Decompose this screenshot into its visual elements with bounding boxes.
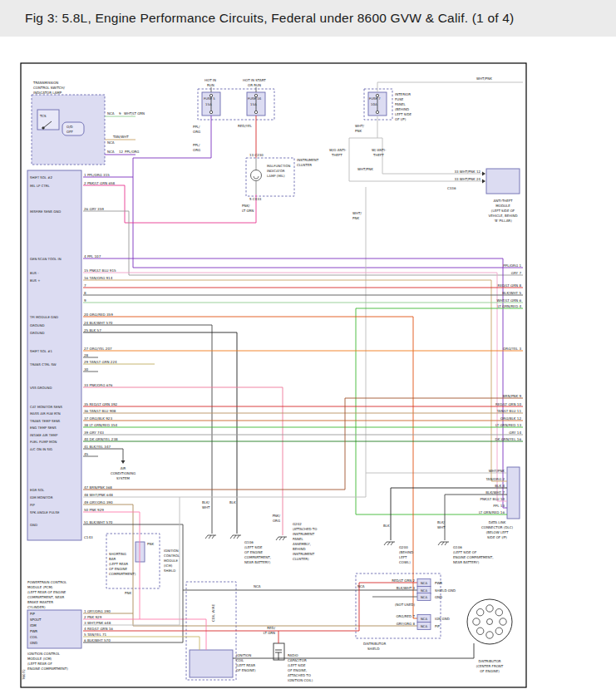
diagram-label: ENGINE COMPARTMENT) [27, 667, 68, 671]
diagram-label: 47 BRN/PNK 368 [84, 485, 112, 490]
diagram-label: SHIFT SOL #1 [30, 349, 53, 353]
diagram-label: PPL/ORG [125, 150, 139, 154]
diagram-label: FUEL PUMP MON [30, 440, 57, 444]
diagram-label: FUSE [395, 97, 404, 101]
diagram-label: BRAKE MASTER [27, 600, 53, 604]
diagram-label: LEFT [399, 555, 407, 559]
diagram-label: 15A [205, 102, 212, 106]
diagram-label: PNK/ [242, 204, 250, 208]
diagram-label: BUS - [30, 271, 39, 275]
diagram-label: HOT IN [205, 78, 216, 82]
diagram-label: RED/LT GRN 8 [498, 283, 522, 288]
diagram-label: 9 [84, 298, 86, 303]
diagram-label: 5 TAN/YEL 71 [84, 632, 107, 637]
diagram-label: WHT/LT GRN [124, 111, 145, 116]
diagram-label: GROUND [30, 323, 45, 327]
diagram-label: DK GRN/YEL 16 [495, 437, 522, 441]
diagram-label: VSS GROUND [30, 386, 52, 390]
diagram-label: PNK [355, 129, 362, 133]
diagram-label: VEHICLE, BEHIND [488, 214, 517, 218]
diagram-label: G202 [293, 522, 302, 526]
diagram-label: BAR [109, 557, 116, 561]
diagram-label: CONTROL [164, 554, 180, 558]
diagram-label: PWR [30, 629, 37, 633]
diagram-label: SPOUT [30, 618, 42, 622]
diagram-label: INTAKE AIR TEMP [30, 433, 58, 437]
diagram-label: O/D [67, 125, 73, 129]
diagram-label: ENGINE COMPARTMENT, [453, 555, 494, 559]
diagram-label: AIR [121, 466, 126, 470]
diagram-label: PIP [30, 503, 35, 507]
diagram-label: 16 TAN/ORG 914 [84, 276, 113, 280]
diagram-label: BLK/ [437, 520, 446, 524]
diagram-label: 12 [119, 150, 124, 154]
diagram-label: CLUSTER) [293, 557, 309, 561]
diagram-label: TRANS CTRL SW [29, 362, 57, 367]
diagram-label: COWL) [399, 560, 411, 564]
diagram-label: NCA [107, 111, 115, 116]
nca-label: NCA [421, 617, 427, 621]
diagram-label: 28 [84, 353, 89, 357]
diagram-label: BLK [383, 524, 390, 528]
diagram-label: (LEFT REAR OF ENGINE [27, 590, 67, 594]
diagram-label: INDICATOR LAMP [33, 91, 62, 95]
diagram-label: CAT MONITOR SENS [30, 405, 62, 409]
diagram-label: 6 BLK/WHT 570 [84, 638, 111, 642]
diagram-label: SHIELD [367, 647, 380, 651]
diagram-label: CONTROL SWITCH/ [33, 86, 65, 90]
diagram-label: W/O ANTI- [329, 148, 347, 152]
diagram-label: (ICM) [164, 564, 173, 568]
diagram-label: LT GRN/RED 4 [498, 304, 522, 308]
diagram-label: 1 PPL/ORG 315 [84, 173, 110, 177]
diagram-label: IGNITION [164, 549, 179, 553]
diagram-label: 50 PNK 929 [84, 508, 104, 512]
diagram-label: OF ENGINE [109, 567, 128, 571]
ignition-coil-box [190, 650, 233, 677]
diagram-label: INTERIOR [395, 92, 411, 96]
diagram-label: 4 PPL 107 [84, 254, 101, 258]
diagram-label: ORG [193, 148, 200, 152]
tcs-switch-box [37, 110, 59, 130]
diagram-label: MASS AIR FLW RTN [30, 411, 61, 416]
diagram-label: (BEHIND [395, 107, 409, 111]
diagram-label: RED/YEL [238, 124, 253, 128]
diagram-label: ORG/RED 7 [396, 614, 415, 618]
diagram-label: 2 PNK/LT GRN 658 [84, 181, 116, 185]
diagram-label: A/C ON IN SIG [30, 447, 52, 451]
diagram-label: 39 GRY 743 [84, 431, 104, 435]
diagram-label: GND [435, 595, 442, 599]
diagram-label: WHT [202, 505, 210, 509]
diagram-label: IGNITION COIL) [288, 678, 313, 682]
diagram-label: PNK [147, 542, 154, 546]
diagram-label: PWR [435, 581, 442, 585]
diagram-label: DISTRIBUTOR [363, 642, 386, 646]
diagram-label: FUSE 5 [204, 96, 215, 101]
diagram-label: MODULE (PCM) [27, 585, 53, 589]
diagram-label: 76072 [22, 669, 26, 680]
diagram-label: PANEL [395, 102, 406, 106]
diagram-label: IGN GND [435, 617, 450, 621]
diagram-label: GND [30, 523, 37, 527]
diagram-label: FUSE 16 [248, 96, 262, 101]
diagram-label: (BELOW LEFT [486, 530, 509, 534]
diagram-label: G106 [244, 540, 254, 544]
distributor-cap-icon [467, 599, 512, 644]
diagram-label: 25 BLK 57 [84, 328, 101, 332]
diagram-label: BLK/WHT 5 [502, 291, 521, 295]
diagram-label: 20 ORG/RED 359 [84, 313, 113, 317]
capacitor-box [274, 643, 284, 660]
diagram-label: RED/LT GRN 10 [495, 402, 521, 406]
diagram-label: 7 [84, 283, 86, 288]
diagram-label: SHIELD [164, 568, 175, 573]
diagram-label: (LEFT SIDE [288, 663, 306, 667]
diagram-label: NEAR BATTERY) [244, 560, 271, 564]
diagram-label: WHT/ [355, 124, 364, 128]
diagram-label: (LEFT SIDE [244, 545, 263, 549]
diagram-label: TCS [39, 114, 47, 118]
diagram-label: ENG TEMP SENS [30, 426, 57, 430]
od-off-box [62, 122, 84, 135]
diagram-label: WHT [437, 525, 446, 529]
diagram-label: (BEHIND [399, 550, 413, 554]
diagram-label: BRN/PNK 9 [503, 394, 522, 398]
diagram-label: SHORTING [109, 552, 126, 556]
